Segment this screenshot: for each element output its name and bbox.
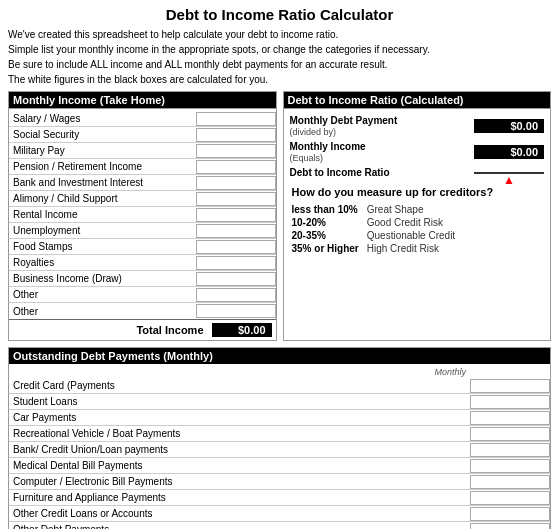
ratio-result-value: ▲ (474, 172, 544, 174)
income-row: Royalties (9, 255, 276, 271)
income-row: Rental Income (9, 207, 276, 223)
debt-row: Other Credit Loans or Accounts (9, 506, 550, 522)
credit-desc: Great Shape (367, 204, 542, 215)
income-input-3[interactable] (196, 160, 276, 174)
income-label: Other (9, 288, 196, 301)
debt-input-2[interactable] (470, 411, 550, 425)
debt-label: Student Loans (9, 395, 470, 408)
credit-pct: 35% or Higher (292, 243, 359, 254)
credit-desc: High Credit Risk (367, 243, 542, 254)
income-row: Alimony / Child Support (9, 191, 276, 207)
debt-label: Recreational Vehicle / Boat Payments (9, 427, 470, 440)
income-label: Salary / Wages (9, 112, 196, 125)
income-row: Bank and Investment Interest (9, 175, 276, 191)
credit-desc: Questionable Credit (367, 230, 542, 241)
income-input-12[interactable] (196, 304, 276, 318)
ratio-section: Debt to Income Ratio (Calculated) Monthl… (283, 91, 552, 341)
income-label: Royalties (9, 256, 196, 269)
monthly-debt-row: Monthly Debt Payment (divided by) $0.00 (290, 115, 545, 137)
debt-row: Credit Card (Payments (9, 378, 550, 394)
debt-section: Outstanding Debt Payments (Monthly) Mont… (8, 347, 551, 529)
credit-pct: 10-20% (292, 217, 359, 228)
income-input-10[interactable] (196, 272, 276, 286)
income-label: Food Stamps (9, 240, 196, 253)
ratio-result-row: Debt to Income Ratio ▲ (290, 167, 545, 178)
income-label: Unemployment (9, 224, 196, 237)
debt-input-4[interactable] (470, 443, 550, 457)
income-input-4[interactable] (196, 176, 276, 190)
income-label: Pension / Retirement Income (9, 160, 196, 173)
income-input-11[interactable] (196, 288, 276, 302)
income-label: Business Income (Draw) (9, 272, 196, 285)
income-input-1[interactable] (196, 128, 276, 142)
debt-input-1[interactable] (470, 395, 550, 409)
monthly-income-row: Monthly Income (Equals) $0.00 (290, 141, 545, 163)
debt-label: Car Payments (9, 411, 470, 424)
income-header: Monthly Income (Take Home) (9, 92, 276, 109)
creditors-title: How do you measure up for creditors? (292, 186, 543, 198)
income-row: Pension / Retirement Income (9, 159, 276, 175)
income-label: Alimony / Child Support (9, 192, 196, 205)
debt-label: Other Debt Payments (9, 523, 470, 529)
income-label: Other (9, 305, 196, 318)
debt-row: Computer / Electronic Bill Payments (9, 474, 550, 490)
debt-input-8[interactable] (470, 507, 550, 521)
monthly-income-sub: (Equals) (290, 153, 324, 163)
income-input-7[interactable] (196, 224, 276, 238)
income-input-5[interactable] (196, 192, 276, 206)
debt-input-7[interactable] (470, 491, 550, 505)
debt-row: Furniture and Appliance Payments (9, 490, 550, 506)
credit-pct: less than 10% (292, 204, 359, 215)
income-row: Salary / Wages (9, 111, 276, 127)
debt-label: Computer / Electronic Bill Payments (9, 475, 470, 488)
debt-input-0[interactable] (470, 379, 550, 393)
ratio-header: Debt to Income Ratio (Calculated) (284, 92, 551, 109)
income-total-value: $0.00 (212, 323, 272, 337)
income-row: Food Stamps (9, 239, 276, 255)
debt-label: Furniture and Appliance Payments (9, 491, 470, 504)
debt-row: Bank/ Credit Union/Loan payments (9, 442, 550, 458)
monthly-income-value: $0.00 (474, 145, 544, 159)
page-title: Debt to Income Ratio Calculator (8, 6, 551, 23)
income-row: Other (9, 303, 276, 319)
creditors-grid: less than 10%Great Shape10-20%Good Credi… (292, 204, 543, 254)
income-input-2[interactable] (196, 144, 276, 158)
debt-row: Recreational Vehicle / Boat Payments (9, 426, 550, 442)
income-row: Business Income (Draw) (9, 271, 276, 287)
income-label: Rental Income (9, 208, 196, 221)
monthly-debt-value: $0.00 (474, 119, 544, 133)
income-total-label: Total Income (136, 324, 203, 336)
debt-row: Other Debt Payments (9, 522, 550, 529)
income-input-0[interactable] (196, 112, 276, 126)
debt-label: Credit Card (Payments (9, 379, 470, 392)
debt-row: Medical Dental Bill Payments (9, 458, 550, 474)
income-input-8[interactable] (196, 240, 276, 254)
debt-header: Outstanding Debt Payments (Monthly) (9, 348, 550, 364)
debt-input-3[interactable] (470, 427, 550, 441)
intro-text: We've created this spreadsheet to help c… (8, 27, 551, 87)
debt-label: Other Credit Loans or Accounts (9, 507, 470, 520)
debt-label: Medical Dental Bill Payments (9, 459, 470, 472)
monthly-debt-label: Monthly Debt Payment (290, 115, 398, 126)
debt-row: Car Payments (9, 410, 550, 426)
income-row: Military Pay (9, 143, 276, 159)
income-input-9[interactable] (196, 256, 276, 270)
debt-input-5[interactable] (470, 459, 550, 473)
monthly-label: Monthly (9, 366, 550, 378)
credit-desc: Good Credit Risk (367, 217, 542, 228)
credit-pct: 20-35% (292, 230, 359, 241)
ratio-arrow-icon: ▲ (503, 173, 515, 187)
debt-input-9[interactable] (470, 523, 550, 530)
income-row: Social Security (9, 127, 276, 143)
income-section: Monthly Income (Take Home) Salary / Wage… (8, 91, 277, 341)
income-label: Social Security (9, 128, 196, 141)
creditors-section: How do you measure up for creditors? les… (290, 186, 545, 254)
debt-row: Student Loans (9, 394, 550, 410)
income-input-6[interactable] (196, 208, 276, 222)
debt-input-6[interactable] (470, 475, 550, 489)
income-row: Unemployment (9, 223, 276, 239)
monthly-income-label: Monthly Income (290, 141, 366, 152)
income-row: Other (9, 287, 276, 303)
ratio-label: Debt to Income Ratio (290, 167, 390, 178)
debt-label: Bank/ Credit Union/Loan payments (9, 443, 470, 456)
